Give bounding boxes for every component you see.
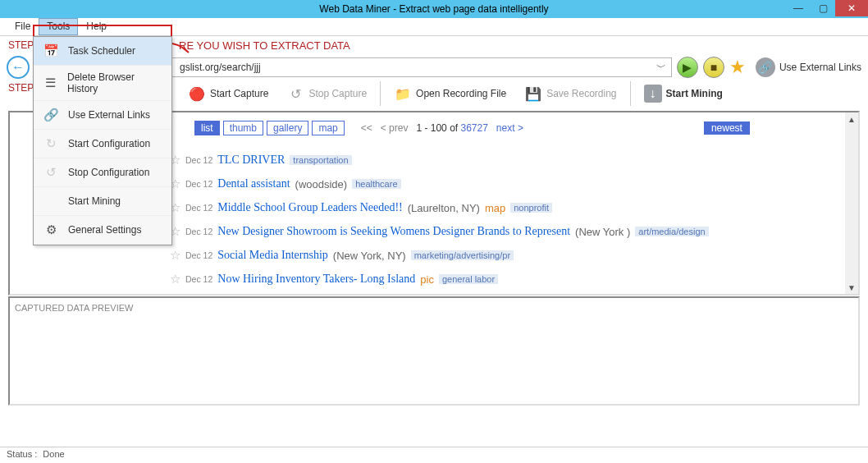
- menu-use-external-links-label: Use External Links: [68, 109, 150, 121]
- pagination: << < prev 1 - 100 of 36727 next >: [361, 122, 523, 134]
- listings: ☆Dec 12TLC DRIVERtransportation☆Dec 12De…: [194, 150, 858, 293]
- listing-date: Dec 12: [185, 274, 212, 284]
- listing-tag[interactable]: transportation: [290, 155, 351, 165]
- scroll-up-icon[interactable]: ▲: [847, 112, 856, 126]
- listing-location: (Laurelton, NY): [408, 202, 480, 214]
- menu-help[interactable]: Help: [78, 18, 115, 35]
- menu-file[interactable]: File: [7, 18, 39, 35]
- menu-start-mining[interactable]: Start Mining: [34, 187, 171, 216]
- menu-general-settings-label: General Settings: [68, 224, 141, 236]
- page-prev[interactable]: < prev: [381, 122, 409, 134]
- listing-row: ☆Dec 12Dental assistant(woodside)healthc…: [170, 174, 858, 198]
- menu-start-mining-label: Start Mining: [68, 195, 121, 207]
- menu-use-external-links[interactable]: 🔗 Use External Links: [34, 101, 171, 130]
- listing-title[interactable]: TLC DRIVER: [217, 154, 285, 167]
- listing-title[interactable]: Dental assistant: [217, 177, 290, 190]
- statusbar: Status : Done: [0, 447, 868, 463]
- listing-title[interactable]: Middle School Group Leaders Needed!!: [217, 201, 402, 214]
- preview-label: CAPTURED DATA PREVIEW: [15, 303, 853, 313]
- external-links-label: Use External Links: [779, 62, 861, 73]
- menu-delete-history-label: Delete Browser History: [67, 71, 163, 94]
- link-icon: 🔗: [756, 57, 775, 77]
- sort-newest[interactable]: newest: [704, 121, 750, 135]
- listing-date: Dec 12: [185, 179, 212, 189]
- window-title: Web Data Miner - Extract web page data i…: [319, 3, 548, 15]
- listing-row: ☆Dec 12Now Hiring Inventory Takers- Long…: [170, 269, 858, 293]
- menubar: File Tools Help: [0, 18, 868, 36]
- maximize-button[interactable]: ▢: [811, 0, 835, 16]
- listing-title[interactable]: Social Media Internship: [217, 249, 328, 262]
- favorite-button[interactable]: ★: [729, 57, 746, 78]
- go-button[interactable]: ▶: [677, 57, 698, 78]
- back-button[interactable]: ←: [7, 56, 30, 79]
- window-controls: — ▢ ✕: [786, 0, 868, 16]
- listing-tag[interactable]: nonprofit: [510, 203, 552, 213]
- minimize-button[interactable]: —: [786, 0, 811, 16]
- listing-tag[interactable]: healthcare: [352, 179, 400, 189]
- scroll-down-icon[interactable]: ▼: [847, 281, 856, 294]
- link-icon: 🔗: [42, 107, 60, 123]
- listing-row: ☆Dec 12Social Media Internship(New York,…: [170, 245, 858, 269]
- list-icon: ☰: [42, 75, 59, 91]
- star-icon[interactable]: ☆: [170, 248, 180, 263]
- scrollbar[interactable]: ▲ ▼: [845, 112, 858, 294]
- listing-row: ☆Dec 12Middle School Group Leaders Neede…: [170, 198, 858, 222]
- listing-title[interactable]: Now Hiring Inventory Takers- Long Island: [217, 273, 415, 286]
- page-total[interactable]: 36727: [460, 122, 487, 134]
- step1-prefix: STEP: [8, 39, 34, 51]
- page-next[interactable]: next >: [496, 122, 523, 134]
- listing-pic-badge: map: [485, 202, 505, 214]
- view-list[interactable]: list: [194, 121, 220, 135]
- listing-date: Dec 12: [185, 227, 212, 236]
- listing-tag[interactable]: general labor: [439, 274, 498, 284]
- page-first[interactable]: <<: [361, 122, 372, 134]
- step2-prefix: STEP: [8, 82, 34, 94]
- listing-date: Dec 12: [185, 250, 212, 260]
- listing-row: ☆Dec 12TLC DRIVERtransportation: [170, 150, 858, 174]
- captured-data-preview: CAPTURED DATA PREVIEW: [8, 296, 860, 406]
- external-links-toggle[interactable]: 🔗 Use External Links: [756, 57, 861, 77]
- menu-tools[interactable]: Tools: [39, 18, 78, 35]
- tools-dropdown: 📅 Task Scheduler ☰ Delete Browser Histor…: [33, 36, 172, 245]
- menu-start-configuration-label: Start Configuration: [68, 138, 150, 149]
- menu-start-configuration[interactable]: ↻ Start Configuration: [34, 130, 171, 158]
- star-icon[interactable]: ☆: [170, 272, 180, 287]
- stop-button[interactable]: ■: [703, 57, 724, 78]
- titlebar: Web Data Miner - Extract web page data i…: [0, 0, 868, 18]
- listing-title[interactable]: New Designer Showroom is Seeking Womens …: [217, 225, 570, 238]
- view-gallery[interactable]: gallery: [267, 121, 308, 135]
- dropdown-icon[interactable]: ﹀: [656, 61, 666, 75]
- menu-delete-history[interactable]: ☰ Delete Browser History: [34, 66, 171, 101]
- view-mode-group: list thumb gallery map: [194, 121, 345, 135]
- gear-icon: ⚙: [42, 222, 60, 238]
- listing-tag[interactable]: marketing/advertising/pr: [411, 250, 514, 260]
- status-prefix: Status :: [7, 449, 37, 459]
- menu-stop-configuration[interactable]: ↺ Stop Configuration: [34, 158, 171, 187]
- view-map[interactable]: map: [312, 121, 344, 135]
- listing-date: Dec 12: [185, 155, 212, 165]
- listing-date: Dec 12: [185, 203, 212, 213]
- listing-pic-badge: pic: [420, 273, 434, 286]
- view-controls-row: list thumb gallery map << < prev 1 - 100…: [194, 121, 858, 135]
- listing-location: (New York ): [575, 226, 630, 238]
- menu-task-scheduler[interactable]: 📅 Task Scheduler: [34, 37, 171, 66]
- menu-general-settings[interactable]: ⚙ General Settings: [34, 216, 171, 245]
- menu-task-scheduler-label: Task Scheduler: [68, 45, 135, 57]
- close-button[interactable]: ✕: [835, 0, 868, 16]
- menu-stop-configuration-label: Stop Configuration: [68, 167, 149, 178]
- redo-icon: ↻: [42, 135, 60, 152]
- page-range: 1 - 100 of: [416, 122, 460, 134]
- calendar-icon: 📅: [42, 43, 60, 59]
- step1-headline: RE YOU WISH TO EXTRACT DATA: [172, 36, 357, 55]
- listing-row: ☆Dec 12New Designer Showroom is Seeking …: [170, 222, 858, 245]
- blank-icon: [42, 193, 60, 209]
- url-text: gslist.org/search/jjj: [180, 62, 261, 73]
- listing-location: (New York, NY): [333, 250, 406, 262]
- undo-icon: ↺: [42, 164, 60, 181]
- listing-location: (woodside): [295, 178, 348, 190]
- status-value: Done: [43, 449, 64, 459]
- listing-tag[interactable]: art/media/design: [635, 227, 708, 236]
- view-thumb[interactable]: thumb: [223, 121, 263, 135]
